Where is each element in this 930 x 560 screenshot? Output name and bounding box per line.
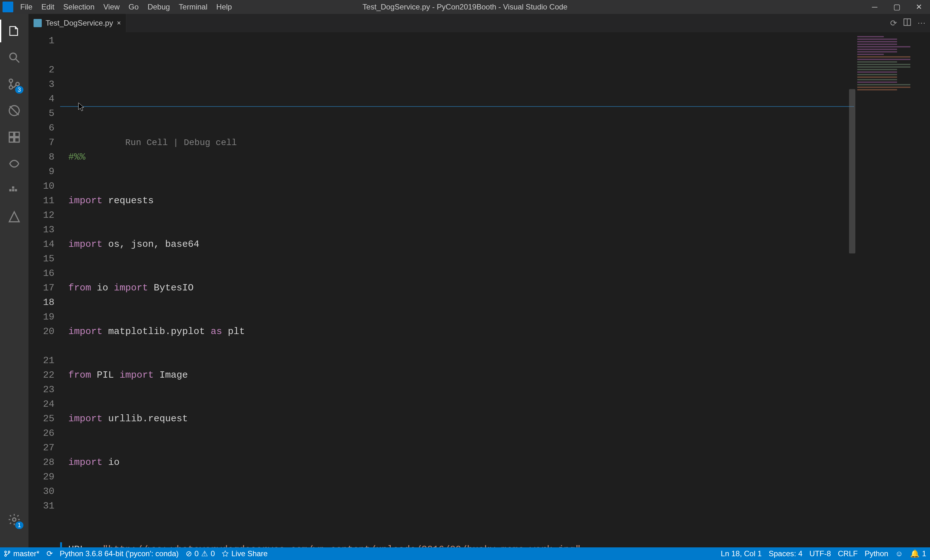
menu-go[interactable]: Go: [124, 1, 143, 13]
svg-rect-11: [15, 189, 17, 192]
extensions-icon[interactable]: [0, 124, 28, 150]
search-icon[interactable]: [0, 44, 28, 71]
svg-point-13: [13, 518, 16, 522]
eol-status[interactable]: CRLF: [838, 549, 858, 558]
notifications-icon[interactable]: 🔔1: [910, 549, 926, 558]
scm-badge: 3: [15, 86, 23, 94]
python-file-icon: [34, 19, 42, 27]
minimize-icon[interactable]: ─: [864, 0, 886, 14]
url-literal[interactable]: http://www.whateverydogdeserves.com/wp-c…: [108, 544, 575, 547]
svg-rect-10: [12, 189, 14, 192]
window-controls: ─ ▢ ✕: [864, 0, 930, 14]
codelens-run-cell-1[interactable]: Run Cell: [125, 138, 168, 147]
maximize-icon[interactable]: ▢: [886, 0, 908, 14]
python-env-status[interactable]: Python 3.6.8 64-bit ('pycon': conda): [60, 549, 179, 558]
svg-rect-9: [9, 189, 11, 192]
svg-rect-5: [9, 132, 14, 137]
split-editor-icon[interactable]: [903, 18, 912, 29]
code-content[interactable]: Run Cell | Debug cell #%% import request…: [60, 32, 854, 547]
liveshare-status[interactable]: Live Share: [222, 549, 268, 558]
tab-label: Test_DogService.py: [46, 18, 113, 28]
explorer-icon[interactable]: [0, 18, 28, 44]
svg-point-2: [9, 86, 13, 89]
activity-bar: 3 1: [0, 14, 28, 547]
minimap[interactable]: [854, 32, 930, 547]
indent-status[interactable]: Spaces: 4: [769, 549, 802, 558]
cursor-position-status[interactable]: Ln 18, Col 1: [721, 549, 762, 558]
svg-point-0: [10, 53, 17, 60]
menu-debug[interactable]: Debug: [143, 1, 174, 13]
compare-changes-icon[interactable]: ⟳: [890, 18, 897, 28]
line-number-gutter: 1 2 3 4 5 6 7 8 9 10 11 12 13 14 15 16 1…: [28, 32, 60, 547]
tab-bar: Test_DogService.py × ⟳ ⋯: [28, 14, 930, 32]
tab-close-icon[interactable]: ×: [117, 19, 121, 27]
encoding-status[interactable]: UTF-8: [810, 549, 831, 558]
menu-help[interactable]: Help: [212, 1, 236, 13]
svg-rect-12: [12, 186, 14, 189]
menu-edit[interactable]: Edit: [37, 1, 59, 13]
language-mode-status[interactable]: Python: [865, 549, 888, 558]
problems-status[interactable]: ⊘0 ⚠0: [186, 549, 215, 558]
menu-terminal[interactable]: Terminal: [174, 1, 212, 13]
menu-bar: File Edit Selection View Go Debug Termin…: [16, 1, 236, 13]
liveshare-activity-icon[interactable]: [0, 150, 28, 177]
title-bar: File Edit Selection View Go Debug Termin…: [0, 0, 930, 14]
menu-view[interactable]: View: [99, 1, 124, 13]
svg-point-17: [8, 551, 10, 553]
vscode-app-icon: [3, 2, 13, 12]
svg-point-15: [5, 551, 7, 553]
debug-icon[interactable]: [0, 97, 28, 124]
close-icon[interactable]: ✕: [908, 0, 930, 14]
azure-icon[interactable]: [0, 204, 28, 230]
svg-rect-7: [9, 138, 14, 142]
git-branch-status[interactable]: master*: [4, 549, 40, 558]
codelens-debug-cell-1[interactable]: Debug cell: [184, 138, 237, 147]
source-control-icon[interactable]: 3: [0, 71, 28, 97]
feedback-smile-icon[interactable]: ☺: [895, 549, 903, 558]
menu-file[interactable]: File: [16, 1, 37, 13]
editor-area: Test_DogService.py × ⟳ ⋯ 1 2 3 4 5 6 7 8…: [28, 14, 930, 547]
settings-gear-icon[interactable]: 1: [0, 506, 28, 533]
status-bar: master* ⟳ Python 3.6.8 64-bit ('pycon': …: [0, 547, 930, 560]
svg-rect-8: [15, 138, 19, 142]
menu-selection[interactable]: Selection: [59, 1, 99, 13]
svg-point-1: [9, 79, 13, 83]
tab-test-dogservice[interactable]: Test_DogService.py ×: [28, 14, 126, 32]
branch-label: master*: [13, 549, 40, 558]
more-actions-icon[interactable]: ⋯: [917, 18, 925, 28]
settings-badge: 1: [15, 522, 23, 529]
svg-rect-6: [15, 132, 19, 137]
editor[interactable]: 1 2 3 4 5 6 7 8 9 10 11 12 13 14 15 16 1…: [28, 32, 930, 547]
sync-icon[interactable]: ⟳: [46, 549, 53, 558]
docker-icon[interactable]: [0, 177, 28, 204]
vertical-scrollbar[interactable]: [849, 89, 855, 253]
window-title: Test_DogService.py - PyCon2019Booth - Vi…: [362, 3, 568, 11]
